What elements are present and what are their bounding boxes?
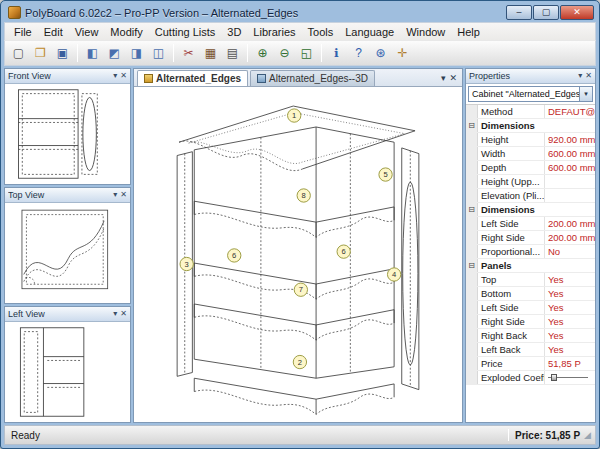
tab-alternated-edges-3d[interactable]: Alternated_Edges--3D [250,70,375,86]
menu-item-view[interactable]: View [69,25,105,39]
left-view-canvas[interactable] [5,322,130,422]
collapse-icon[interactable]: ⊟ [466,203,478,216]
language-icon[interactable]: ⊛ [370,43,391,64]
zoom-in-icon[interactable]: ⊕ [252,43,273,64]
collapse-icon[interactable]: ⊟ [466,119,478,132]
property-value[interactable]: No [545,245,595,258]
property-row-width[interactable]: Width600.00 mm [466,147,595,161]
chevron-down-icon[interactable]: ▾ [579,86,593,102]
property-row-elevation-pli[interactable]: Elevation (Pli... [466,189,595,203]
front-view-icon[interactable]: ◧ [82,43,103,64]
property-group-dimensions[interactable]: ⊟Dimensions [466,119,595,133]
property-value[interactable]: 51,85 P [545,357,595,370]
front-view-canvas[interactable] [5,84,130,184]
property-row-right-back[interactable]: Right BackYes [466,329,595,343]
object-selector[interactable]: Cabinet "Alternated_Edges" [468,86,579,102]
exploded-coefficient-slider[interactable] [548,373,588,382]
new-icon[interactable]: ▢ [8,43,29,64]
callout-number: 3 [185,260,189,269]
left-view-header[interactable]: Left View ▾ ✕ [5,307,130,322]
resize-grip-icon[interactable]: ◢ [584,431,591,440]
property-row-bottom[interactable]: BottomYes [466,287,595,301]
maximize-button[interactable]: ▢ [533,5,559,20]
collapse-icon[interactable]: ⊟ [466,259,478,272]
property-value[interactable]: 600.00 mm [545,161,595,174]
property-row-proportional[interactable]: Proportional...No [466,245,595,259]
save-icon[interactable]: ▣ [52,43,73,64]
property-value[interactable]: Yes [545,343,595,356]
menu-item-modify[interactable]: Modify [104,25,148,39]
left-view-icon[interactable]: ◨ [126,43,147,64]
property-row-height[interactable]: Height920.00 mm [466,133,595,147]
property-row-depth[interactable]: Depth600.00 mm [466,161,595,175]
property-value[interactable]: 920.00 mm [545,133,595,146]
tab-alternated-edges[interactable]: Alternated_Edges [137,70,248,86]
zoom-fit-icon[interactable]: ◱ [296,43,317,64]
property-value[interactable] [545,189,595,202]
minimize-button[interactable]: – [506,5,532,20]
top-view-header[interactable]: Top View ▾ ✕ [5,188,130,203]
main-drawing-canvas[interactable]: 158663472 [134,87,462,422]
property-value[interactable]: Yes [545,315,595,328]
view-3d-icon[interactable]: ◫ [148,43,169,64]
app-window: PolyBoard 6.02c2 – Pro-PP Version – Alte… [0,0,600,449]
close-button[interactable]: ✕ [560,5,594,20]
property-label: Top [478,273,545,286]
close-icon[interactable]: ✕ [120,191,127,199]
property-value[interactable]: DEFAUT@Altern... [545,105,595,118]
title-bar[interactable]: PolyBoard 6.02c2 – Pro-PP Version – Alte… [4,1,596,22]
info-icon[interactable]: ℹ [326,43,347,64]
chevron-down-icon[interactable]: ▾ [113,72,117,80]
menu-item-3d[interactable]: 3D [221,25,247,39]
property-value[interactable]: Yes [545,301,595,314]
front-view-header[interactable]: Front View ▾ ✕ [5,69,130,84]
property-row-left-back[interactable]: Left BackYes [466,343,595,357]
property-value[interactable] [545,175,595,188]
property-row-left-side[interactable]: Left SideYes [466,301,595,315]
help-icon[interactable]: ? [348,43,369,64]
materials-icon[interactable]: ▦ [200,43,221,64]
top-view-icon[interactable]: ◩ [104,43,125,64]
cutting-list-icon[interactable]: ✂ [178,43,199,64]
properties-header[interactable]: Properties ▾ ✕ [466,69,595,84]
chevron-down-icon[interactable]: ▾ [113,191,117,199]
chevron-down-icon[interactable]: ▾ [578,72,582,80]
slider-thumb[interactable] [551,374,557,381]
menu-item-tools[interactable]: Tools [302,25,340,39]
chevron-down-icon[interactable]: ▾ [113,310,117,318]
zoom-out-icon[interactable]: ⊖ [274,43,295,64]
pan-icon[interactable]: ✛ [392,43,413,64]
property-value[interactable]: 600.00 mm [545,147,595,160]
property-value[interactable]: Yes [545,287,595,300]
close-icon[interactable]: ✕ [585,72,592,80]
property-value[interactable]: Yes [545,273,595,286]
property-row-height-upp[interactable]: Height (Upp... [466,175,595,189]
property-row-exploded-coeffi[interactable]: Exploded Coeffi... [466,371,595,385]
menu-item-file[interactable]: File [8,25,38,39]
property-group-panels[interactable]: ⊟Panels [466,259,595,273]
property-row-top[interactable]: TopYes [466,273,595,287]
close-icon[interactable]: ✕ [120,310,127,318]
menu-item-edit[interactable]: Edit [38,25,69,39]
property-value[interactable]: 200.00 mm [545,217,595,230]
property-group-dimensions[interactable]: ⊟Dimensions [466,203,595,217]
property-row-right-side[interactable]: Right Side200.00 mm [466,231,595,245]
property-row-method[interactable]: MethodDEFAUT@Altern... [466,105,595,119]
menu-item-cutting-lists[interactable]: Cutting Lists [149,25,222,39]
menu-item-help[interactable]: Help [451,25,486,39]
open-icon[interactable]: ❐ [30,43,51,64]
top-view-canvas[interactable] [5,203,130,303]
menu-item-language[interactable]: Language [339,25,400,39]
property-row-right-side[interactable]: Right SideYes [466,315,595,329]
property-value[interactable]: 200.00 mm [545,231,595,244]
menu-item-libraries[interactable]: Libraries [247,25,301,39]
menu-item-window[interactable]: Window [400,25,451,39]
property-value[interactable] [545,371,595,384]
property-value[interactable]: Yes [545,329,595,342]
close-icon[interactable]: ✕ [120,72,127,80]
chevron-down-icon[interactable]: ▾ [441,73,446,83]
close-icon[interactable]: ✕ [449,73,457,83]
property-row-price[interactable]: Price51,85 P [466,357,595,371]
print-icon[interactable]: ▤ [222,43,243,64]
property-row-left-side[interactable]: Left Side200.00 mm [466,217,595,231]
